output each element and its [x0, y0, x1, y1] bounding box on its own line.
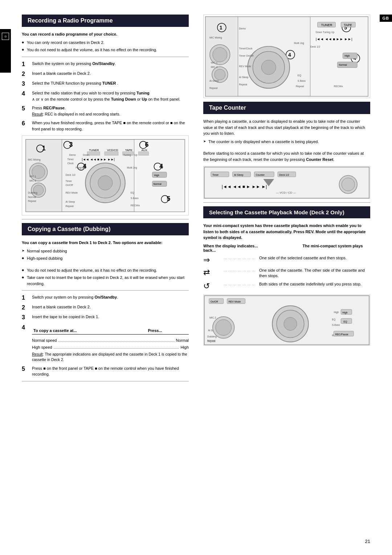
svg-text:Repeat: Repeat	[209, 87, 217, 90]
svg-text:1: 1	[220, 25, 222, 31]
svg-text:Timer: Timer	[67, 158, 74, 161]
svg-text:Normal: Normal	[339, 64, 347, 66]
svg-text:Down: Down	[83, 154, 89, 156]
tape-counter-note: The counter is only displayed when a cas…	[203, 139, 370, 145]
right-column: 1 5 4 4 TUNER TAPE Down Tuning Up	[203, 15, 370, 349]
copy-speed-normal-value: Normal	[176, 337, 189, 344]
svg-text:Demo: Demo	[239, 27, 246, 30]
svg-text:REV Mode: REV Mode	[229, 300, 241, 303]
pb-desc-3: Both sides of the cassette indefinitely …	[259, 281, 370, 287]
step-6-content: When you have finished recording, press …	[32, 120, 189, 132]
svg-text:Timer On/Off: Timer On/Off	[239, 54, 254, 57]
recording-bullet-2: You do not need to adjust the volume, as…	[22, 47, 189, 53]
svg-point-124	[284, 317, 297, 331]
step-num-2: 2	[22, 70, 30, 77]
step-2-content: Insert a blank cassette in Deck 2.	[32, 70, 189, 77]
svg-text:— VCD / CD —: — VCD / CD —	[276, 191, 296, 194]
svg-text:AUX: AUX	[142, 149, 148, 152]
copy-step-num-1: 1	[22, 294, 30, 301]
svg-text:Clock: Clock	[67, 162, 74, 165]
svg-text:VCD/CD: VCD/CD	[107, 149, 118, 152]
pb-desc-2: One side of the cassette. The other side…	[259, 268, 370, 279]
device-diagram-1: 1 3 6 4 4 5 TUNER VCD/CD TA	[22, 135, 189, 215]
pb-col1: When the display indicates...	[203, 244, 258, 248]
step-num-5: 5	[22, 105, 30, 117]
svg-point-29	[98, 176, 113, 190]
left-column: Recording a Radio Programme You can reco…	[22, 15, 189, 385]
copying-section-header: Copying a Cassette (Dubbing)	[22, 223, 189, 235]
playback-table-header: When the display indicates... The mini-c…	[203, 244, 370, 252]
svg-text:On/Off: On/Off	[65, 184, 73, 186]
tape-counter-header: Tape Counter	[203, 102, 370, 114]
copy-table-row-2: High speed High	[32, 344, 189, 351]
svg-text:S.Bass: S.Bass	[332, 324, 340, 326]
svg-text:EQ: EQ	[332, 318, 336, 321]
playback-section-header: Selecting the Cassette Playback Mode (De…	[203, 206, 370, 218]
device-diagram-2: 1 5 4 4 TUNER TAPE Down Tuning Up	[203, 15, 370, 98]
copy-speed-high-label: High speed	[32, 344, 52, 351]
step-1-content: Switch the system on by pressing On/Stan…	[32, 61, 189, 68]
recording-step-1: 1 Switch the system on by pressing On/St…	[22, 61, 189, 68]
svg-text:EQ: EQ	[343, 320, 347, 323]
svg-text:EQ: EQ	[131, 191, 135, 194]
svg-text:Normal: Normal	[153, 183, 162, 185]
step-5-content: Press REC/Pause. Result: REC is displaye…	[32, 105, 189, 117]
svg-point-78	[215, 69, 225, 80]
svg-text:REV Mode: REV Mode	[239, 65, 252, 68]
svg-text:Dubbing: Dubbing	[28, 191, 37, 194]
counter-diagram: Timer Al Sleep Counter Deck 1/2 |◄◄ ◄◄ ■…	[203, 166, 370, 199]
copy-step-num-5: 5	[22, 365, 30, 377]
svg-text:Repeat: Repeat	[207, 340, 215, 343]
recording-step-3: 3 Select the TUNER function by pressing …	[22, 80, 189, 87]
svg-text:MIC 1: MIC 1	[29, 175, 36, 178]
svg-point-81	[261, 60, 276, 74]
svg-text:Repeat: Repeat	[296, 85, 304, 88]
copy-table-header-1: To copy a cassette at...	[32, 327, 146, 335]
playback-row-2: ⇄ ………………… One side of the cassette. The …	[203, 268, 370, 279]
svg-text:TUNER: TUNER	[89, 149, 99, 152]
svg-text:Deck 1/2: Deck 1/2	[310, 45, 320, 48]
recording-section-header: Recording a Radio Programme	[22, 15, 189, 27]
playback-row-1: ⇒ ………………… One side of the selected casse…	[203, 255, 370, 265]
copy-dotted-fill-2	[54, 344, 179, 349]
copy-table-row-1: Normal speed Normal	[32, 337, 189, 344]
copying-step-1: 1 Switch your system on by pressing On/S…	[22, 294, 189, 301]
copying-step-5: 5 Press ■ on the front panel or TAPE ■ o…	[22, 365, 189, 377]
svg-text:MIC Mixing: MIC Mixing	[28, 158, 41, 161]
svg-text:Repeat: Repeat	[65, 205, 73, 208]
device-svg-3: On/Off REV Mode MIC 2 Al Sleep Dubbing	[204, 295, 370, 345]
pb-dots-2: …………………	[223, 268, 259, 272]
page: GB ⊙ Recording a Radio Programme You can…	[0, 0, 392, 555]
pb-symbol-1: ⇒	[203, 255, 223, 265]
copy-step-num-2: 2	[22, 304, 30, 311]
device-diagram-3: On/Off REV Mode MIC 2 Al Sleep Dubbing	[203, 295, 370, 345]
pb-desc-1: One side of the selected cassette and th…	[259, 255, 370, 261]
svg-text:|◄◄  ◄◄  ■  ►► ►►|: |◄◄ ◄◄ ■ ►► ►►|	[316, 37, 352, 41]
svg-text:MIC Mixing: MIC Mixing	[209, 36, 222, 39]
playback-intro: Your mini-compact system has three casse…	[203, 223, 370, 241]
page-number: 21	[365, 539, 370, 544]
svg-text:Tuning: Tuning	[123, 154, 131, 157]
svg-text:Down      Tuning      Up: Down Tuning Up	[316, 31, 335, 34]
copying-bullet-high: High-speed dubbing	[22, 255, 189, 262]
svg-text:Al Sleep: Al Sleep	[209, 80, 219, 82]
svg-text:On/Off: On/Off	[211, 300, 218, 303]
copying-bullet-normal: Normal speed dubbing	[22, 248, 189, 254]
playback-row-3: ↺ ………………… Both sides of the cassette ind…	[203, 281, 370, 291]
copy-step-1-content: Switch your system on by pressing On/Sta…	[32, 294, 189, 301]
step-num-3: 3	[22, 80, 30, 87]
tape-counter-body-2: Before starting to record a cassette for…	[203, 150, 370, 162]
svg-text:MIC 1: MIC 1	[211, 61, 218, 64]
svg-text:RECMix: RECMix	[334, 85, 343, 88]
svg-text:Program: Program	[75, 166, 85, 169]
recording-step-6: 6 When you have finished recording, pres…	[22, 120, 189, 132]
counter-svg: Timer Al Sleep Counter Deck 1/2 |◄◄ ◄◄ ■…	[204, 166, 370, 199]
device-svg-1: 1 3 6 4 4 5 TUNER VCD/CD TA	[22, 136, 188, 215]
svg-text:High: High	[344, 54, 350, 57]
copying-step-3: 3 Insert the tape to be copied in Deck 1…	[22, 314, 189, 321]
svg-text:High: High	[154, 174, 159, 177]
svg-text:Timer: Timer	[65, 180, 72, 182]
step-num-6: 6	[22, 120, 30, 132]
svg-text:Repeat: Repeat	[239, 83, 247, 86]
svg-text:4: 4	[288, 52, 291, 58]
